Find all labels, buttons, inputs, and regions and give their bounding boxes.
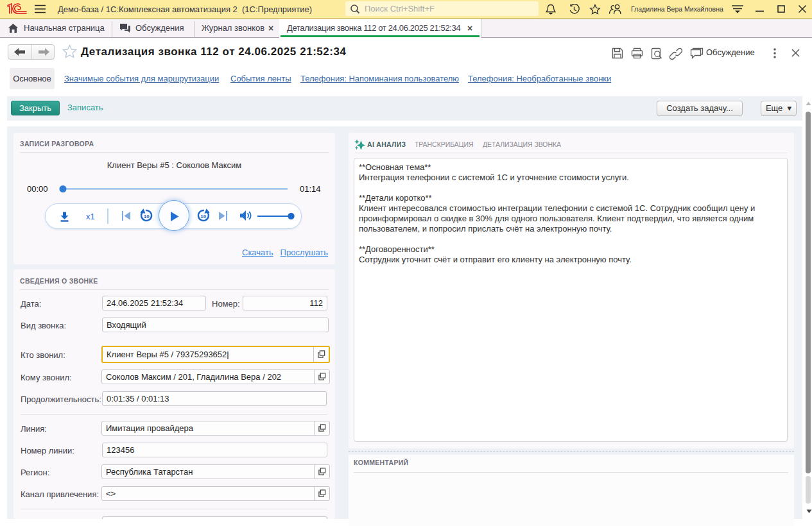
svg-text:10: 10 xyxy=(144,214,150,219)
svg-text:10: 10 xyxy=(200,214,206,219)
